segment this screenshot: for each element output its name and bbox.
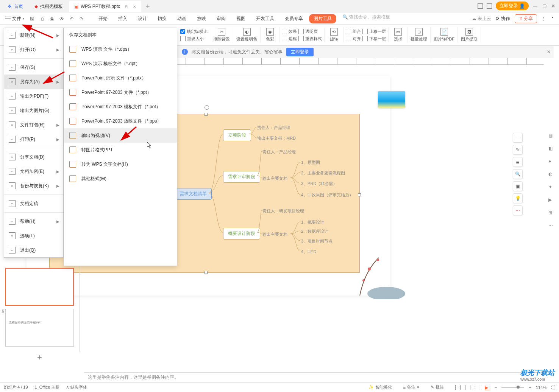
cloud-status[interactable]: ☁ 未上云: [472, 16, 491, 22]
save-format-item[interactable]: WPS 演示 模板文件（*.dpt）: [64, 56, 177, 71]
close-icon[interactable]: ✕: [133, 5, 136, 9]
view-sorter-icon[interactable]: [465, 385, 470, 390]
menu-member[interactable]: 会员专享: [280, 14, 308, 23]
fit-icon[interactable]: ⛶: [551, 385, 555, 390]
sp-transition-icon[interactable]: ▶: [548, 197, 555, 204]
menu-devtools[interactable]: 开发工具: [251, 14, 279, 23]
zoom-out[interactable]: −: [495, 385, 497, 390]
preview-button[interactable]: ⎙: [38, 15, 46, 23]
save-format-item[interactable]: WPS 演示 文件（*.dps）: [64, 42, 177, 56]
node-r2[interactable]: 需求评审阶段: [223, 171, 260, 183]
lock-aspect[interactable]: 锁定纵横比: [180, 29, 208, 34]
ft-collapse[interactable]: –: [513, 133, 523, 143]
tab-docker[interactable]: ◆找稻壳模板: [29, 1, 68, 12]
menu-start[interactable]: 开始: [94, 14, 112, 23]
menu-review[interactable]: 审阅: [212, 14, 230, 23]
notes-btn[interactable]: ≡备注▾: [403, 384, 419, 390]
save-format-item[interactable]: PowerPoint 演示 文件（*.pptx）: [64, 71, 177, 85]
file-menu-item[interactable]: ▫退出(Q): [4, 243, 63, 257]
thumb-selected[interactable]: [5, 268, 74, 306]
ribbon-cutbg[interactable]: ✂抠除背景: [210, 27, 233, 43]
node-root[interactable]: 需求文档清单: [175, 188, 212, 200]
sp-ai-icon[interactable]: ✦: [548, 184, 555, 191]
critique-btn[interactable]: ✎批注: [431, 384, 444, 390]
menu-animation[interactable]: 动画: [173, 14, 191, 23]
lock-checkbox[interactable]: [180, 29, 185, 34]
save-button[interactable]: 🖫: [28, 15, 36, 23]
login-button[interactable]: 立即登录👤: [496, 2, 529, 10]
maximize-button[interactable]: ▢: [542, 3, 547, 9]
command-search[interactable]: 🔍 查找命令、搜索模板: [342, 14, 390, 23]
menu-view[interactable]: 视图: [232, 14, 250, 23]
collapse-icon[interactable]: ⌃: [551, 16, 554, 22]
zoom-slider[interactable]: [501, 387, 524, 388]
menu-icon[interactable]: [478, 3, 483, 9]
ft-crop[interactable]: ▣: [513, 181, 523, 191]
ribbon-rotate[interactable]: ⟲旋转: [325, 27, 344, 43]
file-menu-item[interactable]: ▫文件打包(R)▶: [4, 118, 63, 132]
align-btn[interactable]: 对齐 下移一层: [346, 36, 386, 42]
save-format-item[interactable]: PowerPoint 97-2003 文件（*.ppt）: [64, 85, 177, 100]
node-r1[interactable]: 立项阶段: [223, 129, 251, 141]
ribbon-pdf[interactable]: 📄图片转PDF: [431, 27, 458, 43]
close-window-button[interactable]: ✕: [551, 3, 556, 9]
file-menu-item[interactable]: ▫打印(P)▶: [4, 132, 63, 146]
beach-image[interactable]: [378, 91, 405, 108]
more-icon[interactable]: ⋮: [542, 16, 546, 22]
notes-area[interactable]: 这里是举例备注内容，这里是举例备注内容。: [84, 372, 544, 382]
menu-slideshow[interactable]: 放映: [192, 14, 211, 23]
new-tab-button[interactable]: +: [142, 3, 154, 11]
effect-btn[interactable]: 效果 透明度: [282, 29, 322, 34]
file-menu-item[interactable]: ▫文档定稿: [4, 196, 63, 211]
redo-button[interactable]: ↷: [77, 15, 86, 23]
missing-font[interactable]: ᴀ缺失字体: [66, 384, 87, 390]
rotate-handle[interactable]: [205, 105, 209, 110]
ribbon-color[interactable]: ◉色彩: [261, 27, 280, 43]
view-normal-icon[interactable]: [455, 385, 461, 390]
pin-icon[interactable]: ⎘: [125, 5, 128, 9]
ft-more[interactable]: ⋯: [513, 205, 523, 215]
file-menu-item[interactable]: ▫打开(O)▶: [4, 42, 63, 57]
save-format-item[interactable]: 输出为视频(V): [64, 128, 177, 143]
zoom-in[interactable]: +: [529, 385, 531, 390]
ribbon-batch[interactable]: ⊞批量处理: [408, 27, 431, 43]
sp-cloud-icon[interactable]: ⊞: [548, 210, 555, 217]
save-format-item[interactable]: 转图片格式PPT: [64, 143, 177, 157]
file-menu-item[interactable]: ▫新建(N)▶: [4, 28, 63, 42]
ft-zoom[interactable]: 🔍: [513, 169, 523, 179]
view-reading-icon[interactable]: [475, 385, 480, 390]
tab-home[interactable]: ❖首页: [2, 1, 28, 12]
sp-effect-icon[interactable]: ◐: [548, 171, 555, 178]
minimize-button[interactable]: —: [532, 3, 538, 9]
ft-idea[interactable]: 💡: [513, 193, 523, 203]
save-format-item[interactable]: 转为 WPS 文字文档(H): [64, 157, 177, 171]
thumb-6[interactable]: 6流程是举例左高手板PPT: [5, 309, 74, 347]
beautify-btn[interactable]: ✨智能美化: [369, 384, 392, 390]
grid-icon[interactable]: [487, 3, 492, 9]
sp-more-icon[interactable]: ⋯: [548, 223, 555, 230]
node-r3[interactable]: 概要设计阶段: [223, 228, 260, 240]
print-preview-button[interactable]: 👁: [58, 15, 66, 23]
sp-anim-icon[interactable]: ●: [548, 159, 555, 165]
share-button[interactable]: ⇧ 分享: [515, 14, 537, 23]
file-menu-item[interactable]: ▫另存为(A)▶: [4, 75, 63, 89]
undo-button[interactable]: ↶: [67, 15, 76, 23]
tab-active-doc[interactable]: ▣WPS PPT教程.pptx⎘✕: [69, 1, 141, 12]
file-menu-item[interactable]: ▫帮助(H)▶: [4, 214, 63, 229]
theme-label[interactable]: 1_Office 主题: [35, 384, 60, 390]
file-menu-item[interactable]: ▫文档加密(E)▶: [4, 164, 63, 179]
zoom-level[interactable]: 114%: [536, 385, 547, 390]
ft-edit[interactable]: ✎: [513, 145, 523, 155]
save-format-item[interactable]: PowerPoint 97-2003 放映文件（*.pps）: [64, 114, 177, 128]
menu-design[interactable]: 设计: [133, 14, 151, 23]
cloud-login-button[interactable]: 立即登录: [286, 48, 314, 56]
cloud-close-button[interactable]: ✕: [547, 49, 551, 54]
file-menu-item[interactable]: ▫输出为PDF(F): [4, 89, 63, 103]
ribbon-trans[interactable]: ◐设置透明色: [233, 27, 261, 43]
file-menu-item[interactable]: ▫备份与恢复(K)▶: [4, 179, 63, 193]
file-menu-item[interactable]: ▫选项(L): [4, 229, 63, 243]
view-play-icon[interactable]: ▶: [485, 385, 490, 390]
handle-bottom[interactable]: [205, 271, 208, 274]
ribbon-extract[interactable]: 🖼图片提取: [458, 27, 481, 43]
ft-layers[interactable]: ≣: [513, 157, 523, 167]
